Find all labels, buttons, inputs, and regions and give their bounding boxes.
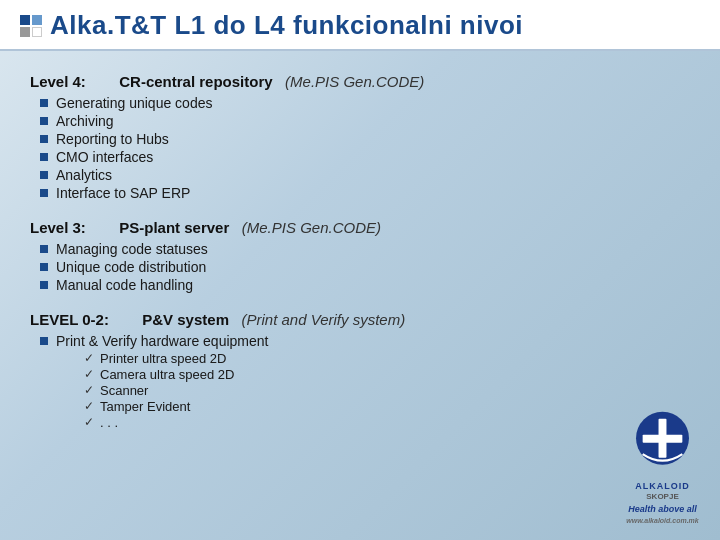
bullet-icon (40, 135, 48, 143)
bullet-icon (40, 245, 48, 253)
alkaloid-logo-svg (625, 410, 700, 485)
list-item: Manual code handling (40, 277, 690, 293)
sq4 (32, 27, 42, 37)
list-item: Analytics (40, 167, 690, 183)
list-item: CMO interfaces (40, 149, 690, 165)
level3-title: Level 3: PS-plant server (Me.PIS Gen.COD… (30, 219, 690, 236)
bullet-icon (40, 153, 48, 161)
slide-content: Level 4: CR-central repository (Me.PIS G… (0, 51, 720, 464)
checkmark-icon: ✓ (84, 367, 94, 381)
company-logo: ALKALOID SKOPJE Health above all www.alk… (625, 410, 700, 525)
slide: Alka.T&T L1 do L4 funkcionalni nivoi Lev… (0, 0, 720, 540)
list-item: Interface to SAP ERP (40, 185, 690, 201)
list-item: Reporting to Hubs (40, 131, 690, 147)
level02-sub-list: ✓Printer ultra speed 2D ✓Camera ultra sp… (56, 351, 268, 430)
level02-main-list: Print & Verify hardware equipment ✓Print… (30, 333, 690, 431)
sub-list-item: ✓Printer ultra speed 2D (84, 351, 268, 366)
sub-list-item: ✓Camera ultra speed 2D (84, 367, 268, 382)
brand-name: Alka.T&T (50, 10, 167, 40)
checkmark-icon: ✓ (84, 399, 94, 413)
header-subtitle: L1 do L4 funkcionalni nivoi (167, 10, 523, 40)
checkmark-icon: ✓ (84, 383, 94, 397)
list-item: Print & Verify hardware equipment ✓Print… (40, 333, 690, 431)
list-item: Unique code distribution (40, 259, 690, 275)
level4-system: CR-central repository (119, 73, 272, 90)
level4-list: Generating unique codes Archiving Report… (30, 95, 690, 201)
bullet-icon (40, 171, 48, 179)
level4-label: Level 4: (30, 73, 86, 90)
logo-tagline: Health above all www.alkaloid.com.mk (625, 504, 700, 525)
level02-system: P&V system (142, 311, 229, 328)
bullet-icon (40, 337, 48, 345)
slide-header: Alka.T&T L1 do L4 funkcionalni nivoi (0, 0, 720, 51)
bullet-icon (40, 281, 48, 289)
level4-code: (Me.PIS Gen.CODE) (285, 73, 424, 90)
slide-title: Alka.T&T L1 do L4 funkcionalni nivoi (50, 10, 523, 41)
list-item: Managing code statuses (40, 241, 690, 257)
level4-section: Level 4: CR-central repository (Me.PIS G… (30, 73, 690, 201)
sq3 (20, 27, 30, 37)
bullet-icon (40, 99, 48, 107)
sub-list-item: ✓Tamper Evident (84, 399, 268, 414)
level02-title: LEVEL 0-2: P&V system (Print and Verify … (30, 311, 690, 328)
level4-title: Level 4: CR-central repository (Me.PIS G… (30, 73, 690, 90)
bullet-icon (40, 189, 48, 197)
level3-list: Managing code statuses Unique code distr… (30, 241, 690, 293)
level02-section: LEVEL 0-2: P&V system (Print and Verify … (30, 311, 690, 431)
checkmark-icon: ✓ (84, 351, 94, 365)
level02-label: LEVEL 0-2: (30, 311, 109, 328)
sq1 (20, 15, 30, 25)
logo-squares (20, 15, 42, 37)
sub-list-item: ✓Scanner (84, 383, 268, 398)
level3-system: PS-plant server (119, 219, 229, 236)
list-item: Generating unique codes (40, 95, 690, 111)
bullet-icon (40, 117, 48, 125)
sub-list-item: ✓. . . (84, 415, 268, 430)
svg-rect-2 (643, 435, 683, 443)
logo-company: ALKALOID SKOPJE (625, 481, 700, 501)
sq2 (32, 15, 42, 25)
level3-section: Level 3: PS-plant server (Me.PIS Gen.COD… (30, 219, 690, 293)
list-item: Archiving (40, 113, 690, 129)
level3-label: Level 3: (30, 219, 86, 236)
level3-code: (Me.PIS Gen.CODE) (242, 219, 381, 236)
checkmark-icon: ✓ (84, 415, 94, 429)
level02-code: (Print and Verify system) (242, 311, 406, 328)
bullet-icon (40, 263, 48, 271)
